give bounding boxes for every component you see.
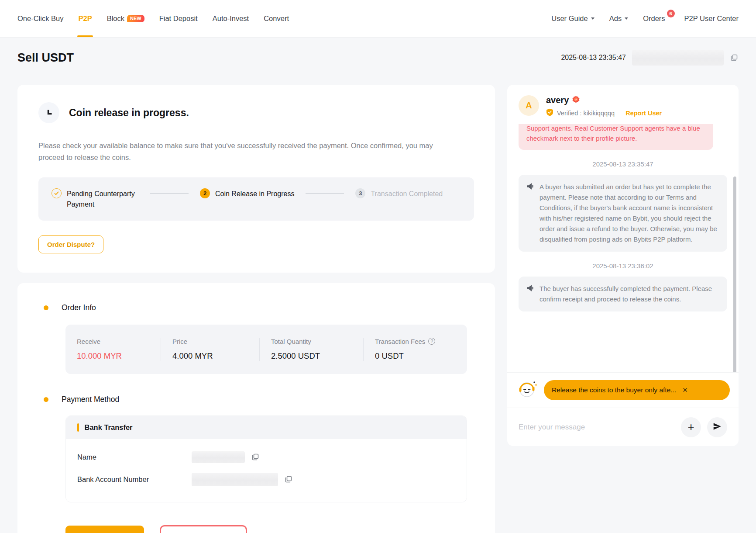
- chat-message-list[interactable]: Support agents. Real Customer Support ag…: [507, 124, 739, 372]
- divider: [620, 110, 620, 116]
- nav-label: Fiat Deposit: [159, 14, 198, 23]
- help-icon[interactable]: ?: [428, 338, 435, 345]
- nav-p2p[interactable]: P2P: [78, 0, 92, 37]
- order-dispute-button[interactable]: Order Dispute?: [38, 235, 103, 253]
- step-connector: [150, 193, 189, 194]
- nav-right-group: User Guide Ads Orders 6 P2P User Center: [536, 0, 739, 37]
- order-number-redacted: [632, 50, 724, 66]
- nav-label: P2P: [78, 14, 92, 23]
- system-message-bubble: The buyer has successfully completed the…: [519, 277, 727, 311]
- megaphone-icon: [526, 284, 535, 294]
- payment-method-header: Payment Method: [44, 395, 474, 404]
- bot-suggestion-text: Release the coins to the buyer only afte…: [552, 386, 676, 394]
- progress-steps: Pending Counterparty Payment 2 Coin Rele…: [38, 177, 474, 220]
- nav-label: Convert: [264, 14, 289, 23]
- chat-header: A avery: [507, 85, 739, 124]
- bot-suggestion-row: Release the coins to the buyer only afte…: [507, 372, 739, 408]
- chat-panel: A avery: [507, 85, 739, 446]
- nav-user-guide[interactable]: User Guide: [551, 0, 594, 37]
- copy-icon[interactable]: [284, 475, 293, 484]
- status-card: Coin release in progress. Please check y…: [17, 85, 495, 273]
- nav-orders[interactable]: Orders 6: [643, 0, 669, 37]
- nav-block[interactable]: Block NEW: [107, 0, 144, 37]
- info-label: Transaction Fees: [375, 338, 425, 345]
- cancel-order-button[interactable]: Cancel Order: [160, 525, 247, 533]
- payment-method-head: Bank Transfer: [66, 416, 467, 439]
- copy-icon[interactable]: [730, 53, 739, 62]
- chat-bot-icon: [516, 378, 539, 402]
- scam-warning-bubble: Support agents. Real Customer Support ag…: [519, 124, 713, 150]
- order-actions: Release Now Cancel Order: [65, 525, 474, 533]
- order-timestamp: 2025-08-13 23:35:47: [561, 54, 626, 62]
- close-icon[interactable]: ✕: [682, 386, 688, 394]
- megaphone-icon: [526, 183, 535, 192]
- copy-icon[interactable]: [251, 453, 260, 461]
- nav-left-group: One-Click Buy P2P Block NEW Fiat Deposit…: [17, 0, 304, 37]
- nav-label: P2P User Center: [684, 14, 739, 23]
- page-title: Sell USDT: [17, 51, 74, 65]
- nav-one-click-buy[interactable]: One-Click Buy: [17, 0, 63, 37]
- accent-bar: [77, 423, 79, 432]
- send-icon: [712, 422, 722, 433]
- chevron-down-icon: [625, 17, 628, 20]
- nav-convert[interactable]: Convert: [264, 0, 289, 37]
- clock-icon: [38, 102, 59, 123]
- order-details-card: Order Info Receive 10.000 MYR Price 4.00…: [17, 283, 495, 533]
- nav-p2p-user-center[interactable]: P2P User Center: [684, 0, 739, 37]
- info-value: 0 USDT: [375, 351, 456, 361]
- new-badge: NEW: [127, 15, 144, 22]
- chat-message-input[interactable]: [519, 423, 675, 432]
- section-title: Order Info: [62, 303, 96, 312]
- verified-label: Verified : kikikiqqqqq: [557, 110, 615, 117]
- message-timestamp: 2025-08-13 23:36:02: [519, 262, 727, 270]
- message-text: A buyer has submitted an order but has y…: [540, 182, 719, 245]
- payment-method-card: Bank Transfer Name: [65, 415, 467, 502]
- report-user-link[interactable]: Report User: [625, 110, 662, 117]
- attach-button[interactable]: +: [681, 417, 701, 437]
- step-number: 3: [355, 188, 365, 198]
- nav-ads[interactable]: Ads: [609, 0, 628, 37]
- info-label: Price: [172, 338, 248, 345]
- check-circle-icon: [52, 188, 62, 198]
- system-message-bubble: A buyer has submitted an order but has y…: [519, 175, 727, 252]
- section-title: Payment Method: [62, 395, 119, 404]
- step-coin-release: 2 Coin Release in Progress: [200, 189, 294, 199]
- avatar[interactable]: A: [519, 95, 539, 116]
- step-connector: [306, 193, 344, 194]
- step-label: Pending Counterparty Payment: [67, 189, 139, 209]
- release-now-button[interactable]: Release Now: [65, 526, 144, 533]
- info-total-quantity: Total Quantity 2.5000 USDT: [259, 338, 363, 361]
- info-price: Price 4.000 MYR: [161, 338, 259, 361]
- nav-auto-invest[interactable]: Auto-Invest: [213, 0, 249, 37]
- top-navigation: One-Click Buy P2P Block NEW Fiat Deposit…: [0, 0, 756, 38]
- nav-label: Ads: [609, 14, 622, 23]
- plus-icon: +: [687, 421, 694, 433]
- nav-label: Auto-Invest: [213, 14, 249, 23]
- order-column: Coin release in progress. Please check y…: [17, 85, 495, 533]
- info-label: Total Quantity: [271, 338, 352, 345]
- send-button[interactable]: [707, 417, 727, 437]
- verified-shield-icon: [546, 108, 553, 118]
- nav-fiat-deposit[interactable]: Fiat Deposit: [159, 0, 198, 37]
- chevron-down-icon: [591, 17, 594, 20]
- page-header-row: Sell USDT 2025-08-13 23:35:47: [17, 50, 739, 66]
- chat-scrollbar[interactable]: [733, 177, 736, 372]
- order-info-box: Receive 10.000 MYR Price 4.000 MYR Total…: [65, 325, 467, 374]
- payment-field-label: Name: [77, 453, 192, 461]
- payment-row-account: Bank Account Number: [77, 473, 455, 486]
- orders-count-badge: 6: [667, 10, 675, 17]
- info-receive: Receive 10.000 MYR: [65, 338, 161, 361]
- chat-user-name[interactable]: avery: [546, 95, 569, 105]
- status-head: Coin release in progress.: [38, 102, 474, 123]
- bot-suggestion-pill[interactable]: Release the coins to the buyer only afte…: [544, 380, 730, 400]
- bullet-dot-icon: [44, 305, 48, 310]
- nav-label: Block: [107, 14, 124, 23]
- step-number: 2: [200, 188, 210, 198]
- chat-input-row: +: [507, 408, 739, 446]
- info-value: 4.000 MYR: [172, 351, 248, 361]
- payment-value-redacted: [192, 473, 278, 486]
- step-pending-payment: Pending Counterparty Payment: [52, 189, 139, 209]
- step-label: Transaction Completed: [371, 189, 443, 199]
- message-timestamp: 2025-08-13 23:35:47: [519, 160, 727, 168]
- info-transaction-fees: Transaction Fees ? 0 USDT: [363, 338, 467, 361]
